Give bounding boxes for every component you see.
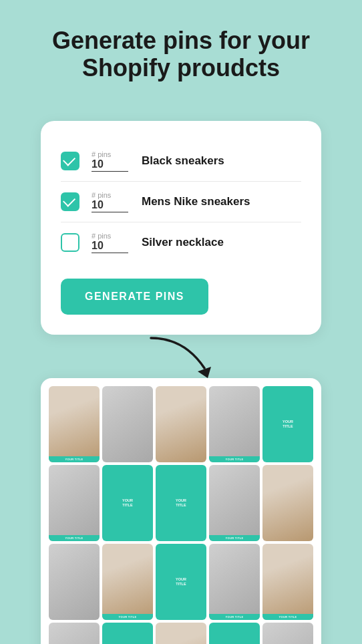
preview-card: YOUR TITLE YOUR TITLE YOURTITLE YOUR TIT… [41, 378, 321, 644]
pin-item [49, 544, 100, 620]
pin-grid: YOUR TITLE YOUR TITLE YOURTITLE YOUR TIT… [49, 386, 313, 644]
pins-label-2: # pins [92, 191, 128, 199]
pin-label: YOUR TITLE [262, 614, 313, 620]
pins-info-1: # pins 10 [92, 150, 128, 172]
arrow-area [41, 335, 321, 378]
pin-label: YOUR TITLE [49, 535, 100, 541]
pin-item: YOUR TITLE [262, 544, 313, 620]
product-row: # pins 10 Mens Nike sneakers [61, 182, 301, 222]
product-name-3: Silver necklace [142, 236, 224, 249]
product-name-1: Black sneakers [142, 154, 224, 168]
generate-pins-button[interactable]: GENERATE PINS [61, 279, 208, 315]
pin-label: YOURTITLE [122, 498, 134, 508]
checkbox-3[interactable] [61, 233, 79, 252]
product-card: # pins 10 Black sneakers # pins 10 Mens … [41, 121, 321, 335]
pin-label: YOURTITLE [175, 577, 187, 587]
pin-item [262, 465, 313, 541]
product-row: # pins 10 Silver necklace [61, 222, 301, 263]
product-row: # pins 10 Black sneakers [61, 141, 301, 182]
pin-item: YOUR TITLE [209, 465, 260, 541]
product-name-2: Mens Nike sneakers [142, 195, 250, 208]
pin-item: YOUR TITLE [49, 623, 100, 644]
pins-label-1: # pins [92, 150, 128, 158]
pin-label: YOURTITLE [175, 498, 187, 508]
pins-info-2: # pins 10 [92, 191, 128, 212]
pin-item [156, 623, 206, 644]
pin-item: YOUR TITLE [209, 386, 260, 462]
pin-item: YOURTITLE [156, 465, 206, 541]
pin-label: YOUR TITLE [49, 456, 100, 462]
pin-label: YOUR TITLE [102, 614, 153, 620]
pins-value-3: 10 [92, 240, 128, 253]
pin-item: YOURTITLE [102, 623, 153, 644]
pins-value-2: 10 [92, 199, 128, 212]
pin-item: YOURTITLE [262, 386, 313, 462]
pin-item: YOURTITLE [102, 465, 153, 541]
headline-line2: Shopify proudcts [82, 54, 280, 82]
pin-label: YOUR TITLE [209, 456, 260, 462]
pin-item: YOUR TITLE [209, 544, 260, 620]
arrow-icon [144, 335, 231, 378]
pin-item: YOURTITLE [156, 544, 206, 620]
pin-label: YOUR TITLE [209, 535, 260, 541]
pin-item [156, 386, 206, 462]
checkbox-1[interactable] [61, 152, 79, 170]
headline-line1: Generate pins for your [52, 27, 310, 54]
pin-item: YOUR TITLE [262, 623, 313, 644]
pins-value-1: 10 [92, 158, 128, 172]
checkbox-2[interactable] [61, 192, 79, 211]
pins-label-3: # pins [92, 232, 128, 240]
pin-label: YOUR TITLE [209, 614, 260, 620]
pin-item [102, 386, 153, 462]
pin-item: YOUR TITLE [49, 465, 100, 541]
pin-item: YOUR TITLE [49, 386, 100, 462]
pin-item: YOUR TITLE [102, 544, 153, 620]
pin-item: YOURTITLE [209, 623, 260, 644]
headline: Generate pins for your Shopify proudcts [21, 27, 341, 102]
pin-label: YOURTITLE [282, 419, 294, 430]
pins-info-3: # pins 10 [92, 232, 128, 253]
